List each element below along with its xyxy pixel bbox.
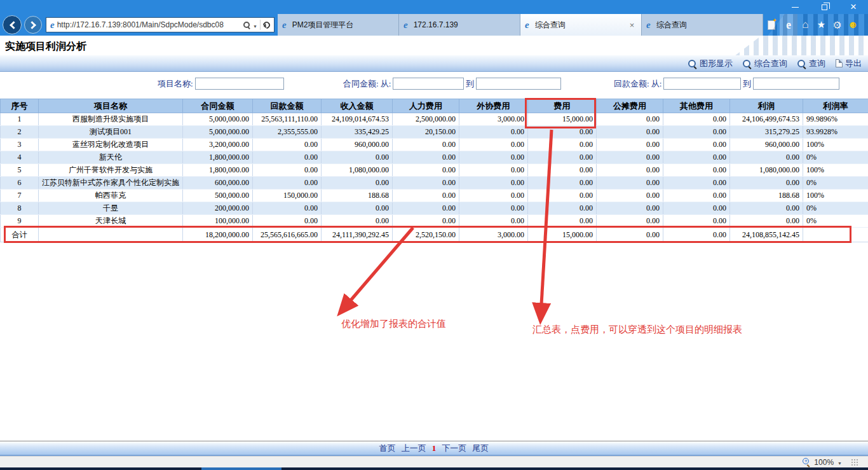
fee-cell[interactable]: 0.00 (528, 190, 597, 202)
ie-tab-icon (403, 20, 408, 30)
open-edge-button[interactable] (780, 14, 797, 36)
table-cell: 1 (1, 113, 39, 126)
refresh-icon[interactable] (262, 20, 272, 30)
table-cell: 0.00 (459, 190, 528, 202)
zoom-dropdown-icon[interactable] (837, 458, 842, 467)
url-text: http://172.16.7.139:8001/Main/SdpcMode/s… (57, 20, 240, 29)
received-amount-label: 回款金额: (614, 78, 649, 90)
table-row: 3蓝丝羽定制化改造项目3,200,000.000.00960,000.000.0… (1, 139, 868, 151)
forward-button[interactable] (24, 16, 42, 34)
zoom-level[interactable]: 100% (814, 458, 834, 467)
project-name-input[interactable] (195, 78, 284, 90)
table-cell: 3,000.00 (459, 113, 528, 126)
tab-ip-address[interactable]: 172.16.7.139 (399, 14, 520, 36)
favorites-button[interactable] (813, 14, 829, 36)
magnifier-icon (743, 59, 752, 68)
table-row: 4新天伦1,800,000.000.000.000.000.000.000.00… (1, 151, 868, 164)
column-header: 序号 (1, 99, 39, 113)
zoom-magnifier-icon[interactable] (802, 458, 810, 466)
table-cell: 0.00 (663, 177, 730, 190)
home-button[interactable] (797, 14, 813, 36)
table-total-row: 合计18,200,000.0025,565,616,665.0024,111,3… (1, 228, 868, 242)
table-cell: 8 (1, 202, 39, 215)
table-cell: 24,106,499,674.53 (730, 113, 803, 126)
table-cell: 0.00 (459, 126, 528, 139)
new-tab-button[interactable] (763, 14, 780, 36)
table-cell: 合计 (1, 228, 39, 242)
received-amount-from-input[interactable] (663, 78, 741, 90)
fee-cell[interactable]: 0.00 (528, 215, 597, 228)
ie-tab-icon (525, 20, 529, 30)
table-cell: 0.00 (597, 113, 663, 126)
table-cell: 500,000.00 (183, 190, 253, 202)
fee-cell[interactable]: 0.00 (528, 151, 597, 164)
table-cell: 3,000.00 (459, 228, 528, 242)
fee-cell[interactable]: 15,000.00 (528, 228, 597, 242)
minimize-button[interactable] (780, 0, 810, 14)
first-page-link[interactable]: 首页 (379, 443, 396, 454)
graph-display-button[interactable]: 图形显示 (688, 58, 733, 69)
table-cell: 0.00 (393, 151, 459, 164)
table-cell: 0.00 (597, 139, 663, 151)
ie-logo-icon (50, 20, 55, 30)
table-row: 8千昱200,000.000.000.000.000.000.000.000.0… (1, 202, 868, 215)
address-dropdown-icon[interactable] (253, 19, 257, 31)
magnifier-icon (797, 59, 806, 68)
close-button[interactable] (839, 0, 868, 14)
table-cell: 0.00 (253, 139, 322, 151)
fee-cell[interactable]: 0.00 (528, 164, 597, 177)
browser-navbar: http://172.16.7.139:8001/Main/SdpcMode/s… (0, 14, 868, 36)
export-button[interactable]: 导出 (836, 58, 862, 69)
table-row: 6江苏贝特新中式苏作家具个性化定制实施600,000.000.000.000.0… (1, 177, 868, 190)
back-button[interactable] (3, 15, 22, 34)
table-cell: 3 (1, 139, 39, 151)
resize-grip[interactable] (851, 459, 858, 466)
table-cell: 0.00 (730, 215, 803, 228)
total-note-annotation: 优化增加了报表的合计值 (341, 318, 446, 330)
nav-icons (763, 14, 861, 36)
restore-button[interactable] (810, 0, 839, 14)
tools-button[interactable] (829, 14, 845, 36)
tab-combined-query-2[interactable]: 综合查询 (642, 14, 763, 36)
combined-query-button[interactable]: 综合查询 (743, 58, 787, 69)
table-cell: 1,800,000.00 (183, 164, 253, 177)
fee-cell[interactable]: 0.00 (528, 139, 597, 151)
contract-amount-from-input[interactable] (393, 78, 464, 90)
magnifier-icon (688, 59, 697, 68)
search-icon[interactable] (243, 21, 250, 29)
tab-close-icon[interactable]: × (627, 20, 637, 30)
next-page-link[interactable]: 下一页 (442, 443, 466, 454)
report-toolbar: 图形显示综合查询查询导出 (0, 55, 868, 72)
table-row: 1西服制造升级实施项目5,000,000.0025,563,111,110.00… (1, 113, 868, 126)
table-cell: 0.00 (253, 202, 322, 215)
table-cell: 0.00 (253, 215, 322, 228)
contract-amount-to-input[interactable] (476, 78, 561, 90)
table-cell: 100% (803, 139, 868, 151)
column-header: 利润 (730, 99, 803, 113)
table-cell: 20,150.00 (393, 126, 459, 139)
fee-cell[interactable]: 15,000.00 (528, 113, 597, 126)
fee-cell[interactable]: 0.00 (528, 202, 597, 215)
address-bar[interactable]: http://172.16.7.139:8001/Main/SdpcMode/s… (46, 17, 275, 32)
tab-combined-query-active[interactable]: 综合查询× (520, 14, 642, 36)
table-cell: 100% (803, 190, 868, 202)
fee-cell[interactable]: 0.00 (528, 126, 597, 139)
query-button[interactable]: 查询 (797, 58, 825, 69)
prev-page-link[interactable]: 上一页 (402, 443, 426, 454)
taskbar-active-segment (201, 467, 281, 470)
tab-pm2-platform[interactable]: PM2项目管理平台 (278, 14, 399, 36)
table-cell: 100% (803, 164, 868, 177)
table-cell: 0.00 (393, 215, 459, 228)
table-cell: 1,800,000.00 (183, 151, 253, 164)
fee-cell[interactable]: 0.00 (528, 177, 597, 190)
project-name-label: 项目名称: (158, 78, 193, 90)
back-arrow-icon (10, 21, 18, 29)
last-page-link[interactable]: 尾页 (472, 443, 489, 454)
forward-arrow-icon (28, 21, 36, 29)
gear-icon (832, 19, 841, 31)
from-label: 从: (381, 78, 391, 90)
table-row: 2测试项目0015,000,000.002,355,555.00335,429.… (1, 126, 868, 139)
table-cell: 0.00 (597, 202, 663, 215)
received-amount-to-input[interactable] (753, 78, 839, 90)
feedback-button[interactable] (845, 14, 861, 36)
